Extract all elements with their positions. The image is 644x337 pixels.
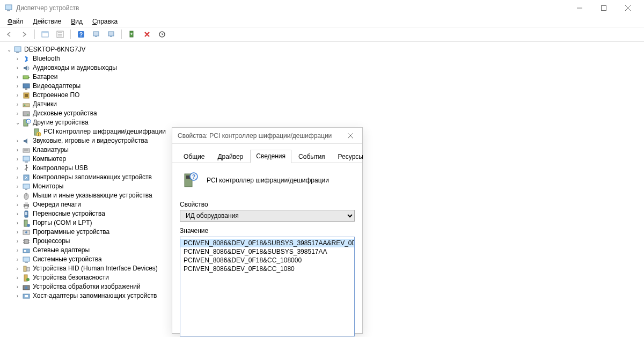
menu-file[interactable]: Файл	[3, 17, 28, 26]
enable-device-button[interactable]	[126, 28, 138, 40]
expander-icon[interactable]: ›	[14, 164, 21, 173]
svg-rect-20	[14, 47, 21, 52]
expander-icon[interactable]: ›	[14, 91, 21, 100]
menu-help[interactable]: Справка	[88, 17, 122, 26]
svg-rect-27	[25, 94, 28, 97]
expander-icon[interactable]: ›	[14, 54, 21, 63]
menu-action[interactable]: Действие	[29, 17, 66, 26]
expander-icon[interactable]: ›	[14, 145, 21, 155]
hardware-id-value[interactable]: PCI\VEN_8086&DEV_0F18&SUBSYS_398517AA	[180, 247, 354, 256]
tree-category[interactable]: ›Видеоадаптеры	[5, 82, 639, 91]
property-select[interactable]: ИД оборудования	[180, 210, 355, 222]
expander-icon[interactable]: ›	[14, 72, 21, 82]
titlebar: Диспетчер устройств	[0, 0, 644, 16]
tree-root[interactable]: ⌄ DESKTOP-6KNG7JV	[5, 45, 639, 54]
expander-icon[interactable]: ›	[14, 191, 21, 200]
toolbar-separator	[34, 30, 35, 39]
scan-button[interactable]	[90, 28, 102, 40]
toolbar-separator	[70, 30, 71, 39]
expander-icon[interactable]: ›	[14, 209, 21, 218]
svg-point-55	[27, 224, 30, 227]
svg-rect-17	[110, 36, 112, 37]
expander-icon[interactable]: ⌄	[14, 118, 21, 127]
app-icon	[4, 4, 13, 12]
svg-rect-1	[7, 10, 10, 11]
expander-icon[interactable]: ›	[14, 291, 21, 301]
expander-icon[interactable]: ›	[14, 255, 21, 264]
expander-icon[interactable]: ›	[14, 155, 21, 164]
show-hidden-button[interactable]	[39, 28, 51, 40]
expander-icon[interactable]: ⌄	[5, 45, 12, 54]
expander-icon[interactable]: ›	[14, 282, 21, 291]
expander-icon[interactable]: ›	[14, 246, 21, 255]
monitor-icon	[22, 182, 31, 191]
scan-hardware-button[interactable]	[156, 28, 168, 40]
sound-icon	[22, 137, 31, 145]
expander-icon[interactable]: ›	[14, 63, 21, 72]
svg-rect-25	[25, 89, 27, 90]
tree-category[interactable]: ⌄?Другие устройства	[5, 118, 639, 127]
sensor-icon	[22, 100, 31, 109]
nav-forward-button[interactable]	[18, 28, 30, 40]
maximize-button[interactable]	[591, 1, 616, 16]
properties-button[interactable]	[54, 28, 66, 40]
computer-icon	[13, 46, 22, 54]
tree-category[interactable]: ›Встроенное ПО	[5, 91, 639, 100]
hardware-id-value[interactable]: PCI\VEN_8086&DEV_0F18&CC_108000	[180, 256, 354, 265]
expander-icon[interactable]: ›	[14, 173, 21, 182]
display-icon	[22, 82, 31, 91]
minimize-button[interactable]	[567, 1, 591, 16]
expander-icon[interactable]: ›	[14, 264, 21, 273]
tab-general[interactable]: Общие	[178, 150, 210, 163]
expander-icon[interactable]: ›	[14, 273, 21, 282]
tree-category[interactable]: ›Аудиовходы и аудиовыходы	[5, 63, 639, 72]
svg-rect-51	[25, 206, 28, 208]
tab-events[interactable]: События	[292, 150, 331, 163]
svg-text:?: ?	[192, 174, 195, 180]
svg-text:!: !	[38, 133, 39, 136]
tree-category-label: Контроллеры USB	[33, 164, 88, 173]
tree-device-label: PCI контроллер шифрации/дешифрации	[43, 127, 166, 136]
tab-driver[interactable]: Драйвер	[211, 150, 249, 163]
dialog-titlebar[interactable]: Свойства: PCI контроллер шифрации/дешифр…	[172, 128, 362, 144]
battery-icon	[22, 73, 31, 82]
tree-category-label: Звуковые, игровые и видеоустройства	[33, 136, 148, 145]
uninstall-device-button[interactable]	[141, 28, 153, 40]
expander-icon[interactable]: ›	[14, 237, 21, 246]
hardware-id-value[interactable]: PCI\VEN_8086&DEV_0F18&SUBSYS_398517AA&RE…	[180, 239, 354, 247]
menu-view[interactable]: Вид	[67, 17, 87, 26]
svg-rect-45	[23, 184, 30, 188]
hardware-id-value[interactable]: PCI\VEN_8086&DEV_0F18&CC_1080	[180, 265, 354, 273]
svg-point-70	[26, 278, 30, 281]
svg-point-29	[24, 104, 26, 106]
close-button[interactable]	[616, 1, 640, 16]
help-button[interactable]: ?	[75, 28, 87, 40]
tree-category[interactable]: ›Bluetooth	[5, 54, 639, 63]
values-listbox[interactable]: PCI\VEN_8086&DEV_0F18&SUBSYS_398517AA&RE…	[180, 237, 355, 336]
svg-rect-46	[25, 189, 27, 190]
tab-details[interactable]: Сведения	[250, 150, 291, 163]
tree-category[interactable]: ›Батареи	[5, 72, 639, 82]
expander-icon[interactable]: ›	[14, 228, 21, 237]
dialog-title: Свойства: PCI контроллер шифрации/дешифр…	[178, 132, 340, 140]
nav-back-button[interactable]	[3, 28, 15, 40]
expander-icon[interactable]: ›	[14, 136, 21, 145]
tree-category-label: Мыши и иные указывающие устройства	[33, 191, 152, 200]
expander-icon[interactable]: ›	[14, 200, 21, 209]
tree-category[interactable]: ›Дисковые устройства	[5, 109, 639, 118]
expander-icon[interactable]: ›	[14, 182, 21, 191]
tab-resources[interactable]: Ресурсы	[332, 150, 369, 163]
expander-icon[interactable]: ›	[14, 109, 21, 118]
update-driver-button[interactable]	[105, 28, 117, 40]
svg-rect-68	[27, 267, 30, 271]
expander-icon[interactable]: ›	[14, 82, 21, 91]
toolbar-separator	[121, 30, 122, 39]
usb-icon	[22, 164, 31, 173]
tree-category[interactable]: ›Датчики	[5, 100, 639, 109]
dialog-close-button[interactable]	[340, 128, 361, 143]
svg-text:?: ?	[79, 32, 83, 38]
expander-icon[interactable]: ›	[14, 218, 21, 228]
expander-icon[interactable]: ›	[14, 100, 21, 109]
network-icon	[22, 246, 31, 255]
keyboard-icon	[22, 146, 31, 155]
